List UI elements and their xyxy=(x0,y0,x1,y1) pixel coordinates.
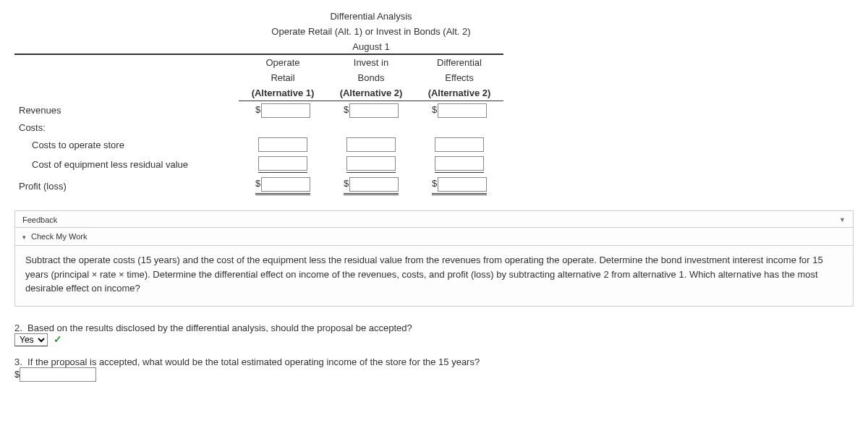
table-row: Costs to operate store xyxy=(14,135,503,154)
col3-line1: Differential xyxy=(415,54,503,70)
feedback-body: Subtract the operate costs (15 years) an… xyxy=(15,246,853,306)
col1-line1: Operate xyxy=(239,54,327,70)
col3-line2: Effects xyxy=(415,70,503,85)
revenues-diff-input[interactable] xyxy=(438,103,487,118)
col1-line2: Retail xyxy=(239,70,327,85)
differential-analysis-table: Differential Analysis Operate Retail (Al… xyxy=(14,9,503,197)
revenues-alt2-input[interactable] xyxy=(349,103,399,118)
row-cost-store-label: Costs to operate store xyxy=(14,135,239,154)
row-cost-equip-label: Cost of equipment less residual value xyxy=(14,154,239,175)
row-costs-label: Costs: xyxy=(14,120,239,135)
q2-text: Based on the results disclosed by the di… xyxy=(27,322,412,333)
revenues-alt1-input[interactable] xyxy=(261,103,310,118)
row-revenues-label: Revenues xyxy=(14,101,239,121)
table-title: Differential Analysis xyxy=(239,9,503,24)
table-subtitle: Operate Retail (Alt. 1) or Invest in Bon… xyxy=(239,24,503,39)
cost-equip-alt1-input[interactable] xyxy=(258,156,307,171)
col2-line2: Bonds xyxy=(327,70,415,85)
cost-equip-diff-input[interactable] xyxy=(435,156,484,171)
q2-answer-select[interactable]: Yes xyxy=(14,333,48,346)
question-3: 3. If the proposal is accepted, what wou… xyxy=(14,356,854,382)
table-row: Costs: xyxy=(14,120,503,135)
profit-alt2-input[interactable] xyxy=(349,177,399,192)
check-icon: ✓ xyxy=(54,333,62,345)
table-row: Profit (loss) $ $ $ xyxy=(14,175,503,197)
table-row: Cost of equipment less residual value xyxy=(14,154,503,175)
feedback-panel: Feedback ▼ Check My Work Subtract the op… xyxy=(14,210,854,307)
collapse-icon[interactable]: ▼ xyxy=(839,216,846,223)
col2-line3: (Alternative 2) xyxy=(327,85,415,101)
q3-answer-input[interactable] xyxy=(20,367,96,382)
cost-store-diff-input[interactable] xyxy=(435,137,484,152)
row-profit-label: Profit (loss) xyxy=(14,175,239,197)
check-my-work-toggle[interactable]: Check My Work xyxy=(15,228,853,246)
col1-line3: (Alternative 1) xyxy=(239,85,327,101)
cost-store-alt1-input[interactable] xyxy=(258,137,307,152)
q2-number: 2. xyxy=(14,322,22,333)
profit-alt1-input[interactable] xyxy=(261,177,310,192)
col2-line1: Invest in xyxy=(327,54,415,70)
cost-equip-alt2-input[interactable] xyxy=(346,156,396,171)
question-2: 2. Based on the results disclosed by the… xyxy=(14,322,854,346)
col3-line3: (Alternative 2) xyxy=(415,85,503,101)
profit-diff-input[interactable] xyxy=(438,177,487,192)
q3-number: 3. xyxy=(14,356,22,367)
cost-store-alt2-input[interactable] xyxy=(346,137,396,152)
feedback-title: Feedback xyxy=(22,215,57,224)
table-row: Revenues $ $ $ xyxy=(14,101,503,121)
q3-text: If the proposal is accepted, what would … xyxy=(27,356,480,367)
table-date: August 1 xyxy=(239,39,503,54)
